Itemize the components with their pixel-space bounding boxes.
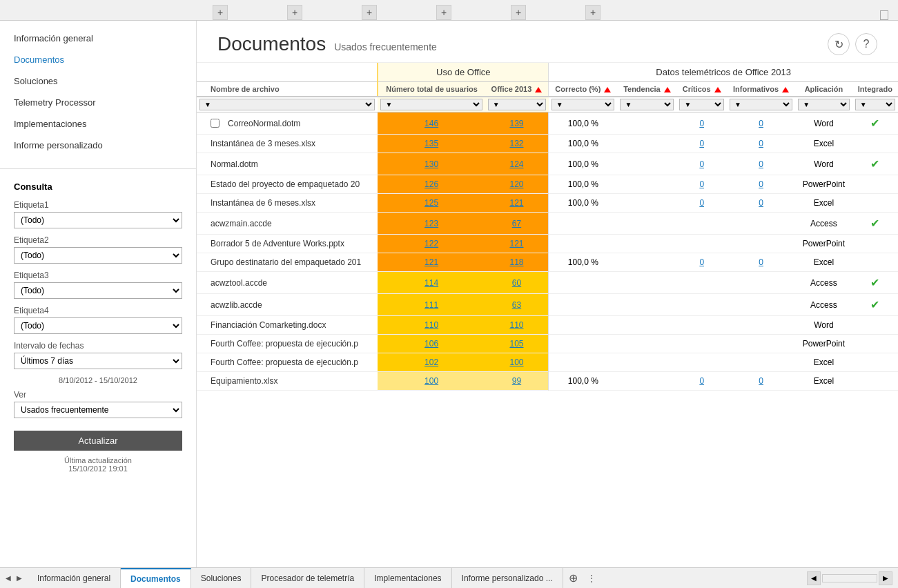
cell-total-users[interactable]: 114: [378, 272, 485, 294]
row-checkbox[interactable]: [211, 119, 219, 128]
sidebar-item-telemetry-processor[interactable]: Telemetry Processor: [0, 92, 196, 113]
cell-total-users[interactable]: 125: [378, 194, 485, 213]
cell-office2013[interactable]: 132: [485, 135, 549, 153]
cell-total-users[interactable]: 122: [378, 235, 485, 253]
etiqueta2-select[interactable]: (Todo): [14, 247, 182, 264]
sidebar-item-implementaciones[interactable]: Implementaciones: [0, 113, 196, 135]
sidebar-nav: Información general Documentos Solucione…: [0, 21, 196, 163]
top-tab-add-5[interactable]: +: [511, 5, 526, 20]
cell-informativos[interactable]: 0: [727, 112, 795, 135]
top-tab-add-4[interactable]: +: [436, 5, 451, 20]
cell-total-users[interactable]: 111: [378, 294, 485, 316]
cell-criticos[interactable]: 0: [676, 253, 727, 272]
filter-informativos-select[interactable]: ▼: [730, 99, 792, 110]
cell-office2013[interactable]: 120: [485, 175, 549, 194]
cell-filename: Equipamiento.xlsx: [197, 372, 378, 391]
cell-office2013[interactable]: 118: [485, 253, 549, 272]
cell-total-users[interactable]: 106: [378, 335, 485, 353]
filter-aplicacion-select[interactable]: ▼: [798, 99, 849, 110]
cell-office2013[interactable]: 63: [485, 294, 549, 316]
cell-office2013[interactable]: 100: [485, 353, 549, 372]
top-tab-add-3[interactable]: +: [362, 5, 377, 20]
cell-total-users[interactable]: 102: [378, 353, 485, 372]
cell-informativos: [727, 235, 795, 253]
cell-filename: acwztool.accde: [197, 272, 378, 294]
cell-informativos[interactable]: 0: [727, 175, 795, 194]
cell-criticos[interactable]: 0: [676, 112, 727, 135]
filter-informativos: ▼: [727, 97, 795, 112]
cell-criticos[interactable]: 0: [676, 194, 727, 213]
scroll-track[interactable]: [822, 574, 877, 582]
cell-criticos[interactable]: 0: [676, 175, 727, 194]
cell-office2013[interactable]: 121: [485, 194, 549, 213]
bottom-tab-more[interactable]: ⋮: [583, 568, 600, 588]
top-tabbar: + + + + + +: [0, 0, 898, 21]
cell-criticos: [676, 353, 727, 372]
cell-aplicacion: Excel: [795, 253, 852, 272]
cell-total-users[interactable]: 135: [378, 135, 485, 153]
top-tab-add-1[interactable]: +: [213, 5, 228, 20]
cell-informativos[interactable]: 0: [727, 194, 795, 213]
cell-informativos[interactable]: 0: [727, 372, 795, 391]
top-tab-add-2[interactable]: +: [287, 5, 302, 20]
sidebar-item-informe-personalizado[interactable]: Informe personalizado: [0, 135, 196, 156]
actualizar-button[interactable]: Actualizar: [14, 431, 182, 451]
filter-correcto-select[interactable]: ▼: [552, 99, 615, 110]
top-tab-add-6[interactable]: +: [585, 5, 601, 20]
bottom-tab-informacion-general[interactable]: Información general: [28, 568, 121, 588]
cell-office2013[interactable]: 67: [485, 213, 549, 235]
ver-select[interactable]: Usados frecuentemente: [14, 402, 182, 418]
sidebar-item-documentos[interactable]: Documentos: [0, 49, 196, 70]
sidebar-item-soluciones[interactable]: Soluciones: [0, 70, 196, 92]
scroll-left-arrow[interactable]: ◀: [807, 571, 821, 585]
filter-total-users-select[interactable]: ▼: [380, 99, 482, 110]
tab-right-arrow[interactable]: ▶: [14, 573, 25, 584]
cell-informativos[interactable]: 0: [727, 135, 795, 153]
content-area: Documentos Usados frecuentemente ↻ ? Uso…: [197, 21, 898, 567]
tab-left-arrow[interactable]: ◀: [3, 573, 14, 584]
cell-office2013[interactable]: 110: [485, 316, 549, 335]
etiqueta1-select[interactable]: (Todo): [14, 212, 182, 228]
bottom-tab-add-button[interactable]: ⊕: [563, 568, 583, 588]
filter-office2013-select[interactable]: ▼: [488, 99, 546, 110]
cell-correcto: [549, 272, 618, 294]
etiqueta4-select[interactable]: (Todo): [14, 317, 182, 334]
cell-informativos[interactable]: 0: [727, 253, 795, 272]
cell-total-users[interactable]: 100: [378, 372, 485, 391]
cell-total-users[interactable]: 123: [378, 213, 485, 235]
filter-indicator-tendencia: [664, 87, 671, 92]
help-button[interactable]: ?: [855, 33, 877, 55]
cell-office2013[interactable]: 60: [485, 272, 549, 294]
filter-filename-select[interactable]: ▼: [199, 99, 375, 110]
cell-office2013[interactable]: 121: [485, 235, 549, 253]
bottom-tab-soluciones[interactable]: Soluciones: [191, 568, 252, 588]
intervalo-select[interactable]: Últimos 7 días: [14, 353, 182, 369]
cell-criticos[interactable]: 0: [676, 153, 727, 175]
cell-total-users[interactable]: 146: [378, 112, 485, 135]
cell-office2013[interactable]: 139: [485, 112, 549, 135]
etiqueta3-select[interactable]: (Todo): [14, 282, 182, 299]
filter-criticos-select[interactable]: ▼: [679, 99, 724, 110]
cell-total-users[interactable]: 110: [378, 316, 485, 335]
bottom-tab-procesador-telemetria[interactable]: Procesador de telemetría: [251, 568, 364, 588]
cell-tendencia: [617, 372, 676, 391]
bottom-tab-informe-personalizado[interactable]: Informe personalizado ...: [452, 568, 563, 588]
cell-office2013[interactable]: 124: [485, 153, 549, 175]
cell-criticos[interactable]: 0: [676, 135, 727, 153]
bottom-tab-documentos[interactable]: Documentos: [121, 568, 191, 588]
cell-total-users[interactable]: 130: [378, 153, 485, 175]
scroll-right-arrow[interactable]: ▶: [879, 571, 892, 585]
filter-tendencia-select[interactable]: ▼: [620, 99, 674, 110]
ver-label: Ver: [14, 390, 182, 400]
cell-total-users[interactable]: 126: [378, 175, 485, 194]
filter-integrado-select[interactable]: ▼: [855, 99, 895, 110]
sidebar-item-informacion-general[interactable]: Información general: [0, 28, 196, 49]
refresh-button[interactable]: ↻: [828, 33, 850, 55]
cell-criticos[interactable]: 0: [676, 372, 727, 391]
cell-office2013[interactable]: 105: [485, 335, 549, 353]
cell-informativos[interactable]: 0: [727, 153, 795, 175]
bottom-tab-implementaciones[interactable]: Implementaciones: [364, 568, 451, 588]
cell-informativos: [727, 353, 795, 372]
cell-total-users[interactable]: 121: [378, 253, 485, 272]
cell-office2013[interactable]: 99: [485, 372, 549, 391]
